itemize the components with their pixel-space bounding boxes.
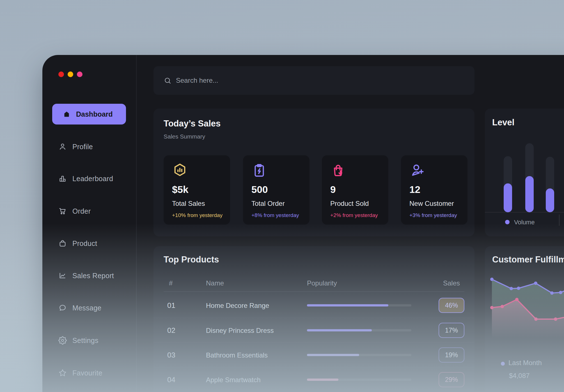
- settings-icon: [58, 336, 67, 345]
- user-icon: [58, 142, 67, 151]
- product-bag-icon: [58, 239, 67, 248]
- stat-label: Product Sold: [330, 200, 369, 207]
- level-panel: Level Volume: [485, 109, 564, 236]
- stat-card-new-customer: 12 New Customer +3% from yesterday: [401, 155, 467, 225]
- search-icon: [164, 77, 171, 84]
- app-window: Dashboard Profile Leaderboard Order Prod…: [42, 55, 564, 392]
- legend-divider: [559, 215, 560, 226]
- column-header-number: #: [169, 279, 173, 287]
- top-products-title: Top Products: [164, 255, 219, 265]
- sidebar-item-message[interactable]: Message: [52, 301, 131, 315]
- total-sales-hexagon-icon: [172, 163, 188, 178]
- volume-legend-label: Volume: [514, 219, 535, 226]
- sidebar-item-order[interactable]: Order: [52, 204, 131, 218]
- product-name: Disney Princess Dress: [206, 327, 274, 335]
- sales-report-icon: [58, 271, 67, 280]
- product-row: 02 Disney Princess Dress 17%: [153, 318, 474, 342]
- volume-legend-dot: [505, 220, 510, 224]
- sidebar-item-dashboard[interactable]: Dashboard: [52, 104, 126, 124]
- popularity-bar: [307, 354, 411, 356]
- customer-fulfillment-title: Customer Fulfillment: [492, 255, 564, 265]
- customer-fulfillment-panel: Customer Fulfillment Last Month $4,087: [485, 246, 564, 392]
- stat-label: Total Sales: [172, 200, 205, 207]
- today-sales-subtitle: Sales Summary: [164, 133, 205, 140]
- message-icon: [58, 304, 67, 312]
- leaderboard-icon: [58, 174, 67, 183]
- sidebar-item-settings[interactable]: Settings: [52, 333, 131, 347]
- sidebar-item-sales-report[interactable]: Sales Report: [52, 269, 131, 283]
- desktop-background: Dashboard Profile Leaderboard Order Prod…: [0, 0, 564, 392]
- product-rank: 04: [167, 375, 175, 384]
- stat-label: New Customer: [409, 200, 454, 207]
- sales-badge: 29%: [439, 372, 464, 387]
- today-sales-panel: Today’s Sales Sales Summary $5k Total Sa…: [153, 109, 474, 236]
- fulfillment-area-chart: [488, 274, 564, 340]
- last-month-legend-label: Last Month: [508, 359, 542, 367]
- close-button[interactable]: [58, 72, 64, 77]
- column-header-popularity: Popularity: [307, 279, 337, 287]
- product-row: 01 Home Decore Range 46%: [153, 293, 474, 318]
- sidebar-item-profile[interactable]: Profile: [52, 140, 131, 154]
- product-rank: 02: [167, 326, 175, 335]
- stat-card-total-order: 500 Total Order +8% from yesterday: [243, 155, 309, 225]
- search-bar[interactable]: [153, 66, 474, 95]
- column-header-sales: Sales: [435, 279, 468, 287]
- stat-value: $5k: [172, 184, 188, 195]
- last-month-legend-dot: [501, 362, 505, 366]
- stat-label: Total Order: [251, 200, 285, 207]
- stat-value: 12: [409, 184, 420, 195]
- new-customer-icon: [409, 163, 425, 178]
- cart-icon: [58, 207, 67, 215]
- today-sales-title: Today’s Sales: [164, 119, 221, 129]
- stat-delta: +10% from yesterday: [172, 212, 223, 218]
- product-name: Bathroom Essentials: [206, 351, 268, 359]
- product-sold-bag-icon: [330, 163, 346, 178]
- total-order-clipboard-icon: [251, 163, 267, 178]
- top-products-panel: Top Products # Name Popularity Sales 01 …: [153, 246, 474, 392]
- sales-badge: 46%: [439, 298, 464, 313]
- product-name: Home Decore Range: [206, 302, 269, 310]
- sales-badge: 17%: [439, 323, 464, 338]
- product-row: 04 Apple Smartwatch 29%: [153, 367, 474, 392]
- column-header-name: Name: [206, 279, 224, 287]
- sidebar-item-label: Dashboard: [76, 110, 113, 118]
- home-icon: [63, 110, 70, 118]
- product-rank: 03: [167, 351, 175, 359]
- search-input[interactable]: [175, 76, 428, 85]
- stat-card-product-sold: 9 Product Sold +2% from yesterday: [322, 155, 388, 225]
- level-bar-fill: [546, 188, 554, 212]
- expand-button[interactable]: [77, 72, 82, 77]
- header-divider: [164, 291, 464, 292]
- stat-delta: +2% from yesterday: [330, 212, 378, 218]
- product-rank: 01: [167, 301, 175, 310]
- level-title: Level: [492, 117, 514, 128]
- stat-value: 500: [251, 184, 268, 195]
- stat-delta: +3% from yesterday: [409, 212, 457, 218]
- sidebar-item-favourite[interactable]: Favourite: [52, 366, 131, 380]
- sales-badge: 19%: [439, 347, 464, 363]
- sidebar-item-product[interactable]: Product: [52, 236, 131, 250]
- popularity-bar: [307, 329, 411, 331]
- sidebar-divider: [136, 55, 137, 392]
- stat-delta: +8% from yesterday: [251, 212, 299, 218]
- minimize-button[interactable]: [68, 72, 73, 77]
- product-name: Apple Smartwatch: [206, 376, 261, 384]
- level-baseline: [485, 212, 564, 213]
- favourite-icon: [58, 369, 67, 377]
- last-month-value: $4,087: [509, 372, 529, 380]
- popularity-bar: [307, 379, 411, 381]
- product-row: 03 Bathroom Essentials 19%: [153, 342, 474, 367]
- window-controls: [58, 72, 82, 77]
- level-bar-fill: [504, 183, 512, 212]
- level-bar-fill: [525, 176, 534, 212]
- popularity-bar: [307, 304, 411, 306]
- stat-value: 9: [330, 184, 336, 195]
- sidebar-item-leaderboard[interactable]: Leaderboard: [52, 172, 131, 186]
- stat-card-total-sales: $5k Total Sales +10% from yesterday: [164, 155, 230, 225]
